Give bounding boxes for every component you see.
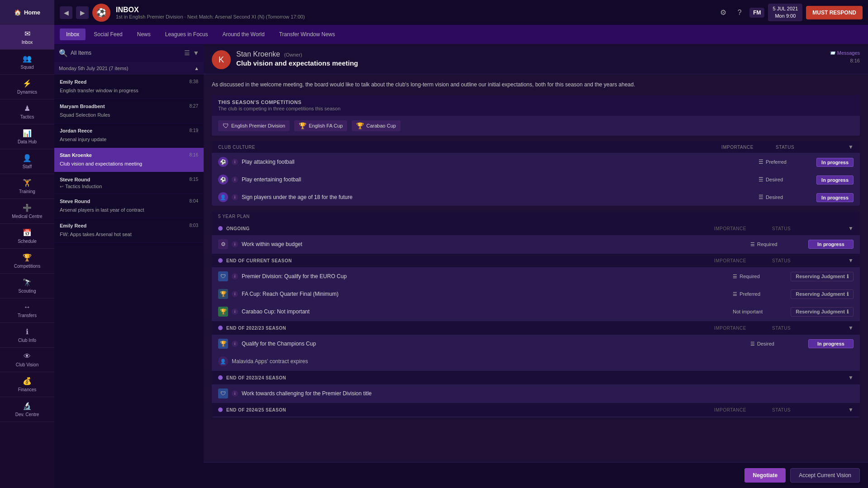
sidebar-item-dynamics[interactable]: ⚡ Dynamics <box>0 75 54 99</box>
sidebar-home[interactable]: 🏠 Home <box>0 0 54 25</box>
culture-row-0: ⚽ i Play attacking football ☰ Preferred … <box>212 153 860 171</box>
plan-importance-current-2: Not important <box>733 309 787 314</box>
detail-time-area: 📨 Messages 8:16 <box>830 50 860 63</box>
culture-info-2: i <box>232 194 238 200</box>
tab-inbox[interactable]: Inbox <box>60 28 86 40</box>
comp-name-1: English FA Cup <box>309 123 343 128</box>
settings-icon-btn[interactable]: ⚙ <box>717 6 730 19</box>
plan-row-icon-current-0: 🛡 <box>218 271 228 281</box>
culture-status-0: In progress <box>816 158 854 166</box>
plan-2223-imp-col: IMPORTANCE <box>714 326 768 331</box>
accept-button[interactable]: Accept Current Vision <box>790 468 860 483</box>
time-label: Mon 9:00 <box>773 13 798 19</box>
plan-status-2223-0: In progress <box>808 339 854 348</box>
sidebar-item-devcentre[interactable]: 🔬 Dev. Centre <box>0 397 54 422</box>
sidebar-label-schedule: Schedule <box>18 239 37 244</box>
tab-news[interactable]: News <box>131 28 157 40</box>
plan-info-current-1: i <box>232 291 238 297</box>
sidebar-item-competitions[interactable]: 🏆 Competitions <box>0 249 54 274</box>
sidebar-item-inbox[interactable]: ✉ Inbox <box>0 25 54 50</box>
sidebar-item-scouting[interactable]: 🔭 Scouting <box>0 274 54 298</box>
plan-importance-current-0: ☰ Required <box>733 274 787 280</box>
detail-subject: Club vision and expectations meeting <box>236 59 824 67</box>
message-item-3[interactable]: Stan Kroenke 8:16 Club vision and expect… <box>54 148 204 172</box>
tab-transfer[interactable]: Transfer Window News <box>273 28 342 40</box>
sidebar-label-medical: Medical Centre <box>12 214 42 219</box>
culture-collapse-btn[interactable]: ▼ <box>848 144 854 150</box>
must-respond-button[interactable]: MUST RESPOND <box>806 6 863 19</box>
2425-collapse-btn[interactable]: ▼ <box>848 407 854 413</box>
detail-time: 8:16 <box>850 58 860 63</box>
sort-icon[interactable]: ▼ <box>193 49 199 57</box>
group-date: Monday 5th July 2021 (7 items) <box>59 66 128 71</box>
plan-ongoing-title: ONGOING <box>226 226 711 231</box>
ongoing-collapse-btn[interactable]: ▼ <box>848 225 854 232</box>
msg-subject-6: FW: Apps takes Arsenal hot seat <box>60 232 132 237</box>
tab-leagues[interactable]: Leagues in Focus <box>159 28 215 40</box>
sidebar-item-training[interactable]: 🏋 Training <box>0 174 54 199</box>
sidebar-item-clubvision[interactable]: 👁 Club Vision <box>0 348 54 372</box>
plan-ongoing: ONGOING IMPORTANCE STATUS ▼ ⚙ i Work wit… <box>212 222 860 253</box>
sidebar-item-datahub[interactable]: 📊 Data Hub <box>0 124 54 149</box>
plan-info-current-2: i <box>232 308 238 315</box>
back-button[interactable]: ◀ <box>60 6 72 19</box>
topbar-icons: ⚙ ? FM 5 JUL 2021 Mon 9:00 MUST RESPOND <box>717 4 863 21</box>
plan-dot-2223 <box>218 326 223 330</box>
plan-dot-2324 <box>218 375 223 380</box>
culture-row-1: ⚽ i Play entertaining football ☰ Desired… <box>212 171 860 188</box>
sidebar-item-tactics[interactable]: ♟ Tactics <box>0 99 54 124</box>
culture-col-importance: IMPORTANCE <box>721 145 776 150</box>
comp-icon-1: 🏆 <box>299 122 306 129</box>
help-icon-btn[interactable]: ? <box>733 6 746 19</box>
scouting-icon: 🔭 <box>23 278 32 287</box>
date-label: 5 JUL 2021 <box>773 5 798 12</box>
2324-collapse-btn[interactable]: ▼ <box>848 374 854 381</box>
2223-collapse-btn[interactable]: ▼ <box>848 325 854 331</box>
plan-current-status-col: STATUS <box>772 258 844 263</box>
plan-main-header: 5 YEAR PLAN <box>212 211 860 222</box>
detail-footer: Negotiate Accept Current Vision <box>204 462 868 488</box>
importance-icon-2: ☰ <box>758 194 763 200</box>
plan-dot-2425 <box>218 407 223 412</box>
competitions-title: THIS SEASON'S COMPETITIONS <box>218 99 854 105</box>
tab-social-feed[interactable]: Social Feed <box>87 28 129 40</box>
plan-row-icon-ongoing-0: ⚙ <box>218 239 228 249</box>
msg-subject-5: Arsenal players in last year of contract <box>60 207 144 213</box>
message-item-1[interactable]: Maryam Broadbent 8:27 Squad Selection Ru… <box>54 99 204 123</box>
messages-link[interactable]: 📨 Messages <box>830 50 860 56</box>
plan-status-ongoing-0: In progress <box>808 240 854 249</box>
culture-icon-0: ⚽ <box>218 157 228 167</box>
message-item-4[interactable]: Steve Round 8:15 ↩ Tactics Induction <box>54 172 204 194</box>
sidebar-label-training: Training <box>19 189 35 194</box>
plan-imp-icon-c0: ☰ <box>733 274 737 280</box>
sidebar-item-finances[interactable]: 💰 Finances <box>0 372 54 397</box>
medical-icon: ➕ <box>23 204 32 212</box>
sidebar-item-medical[interactable]: ➕ Medical Centre <box>0 199 54 224</box>
message-group-header[interactable]: Monday 5th July 2021 (7 items) ▲ <box>54 62 204 75</box>
current-collapse-btn[interactable]: ▼ <box>848 257 854 264</box>
negotiate-button[interactable]: Negotiate <box>744 468 786 483</box>
plan-row-current-2: 🏆 i Carabao Cup: Not important Not impor… <box>212 303 860 320</box>
sidebar-item-squad[interactable]: 👥 Squad <box>0 50 54 75</box>
club-logo-button[interactable]: ⚽ <box>92 4 110 22</box>
forward-button[interactable]: ▶ <box>76 6 89 19</box>
message-item-5[interactable]: Steve Round 8:04 Arsenal players in last… <box>54 194 204 218</box>
plan-row-current-0: 🛡 i Premier Division: Qualify for the EU… <box>212 267 860 285</box>
tab-around[interactable]: Around the World <box>216 28 271 40</box>
msg-time-6: 8:03 <box>190 223 198 228</box>
message-item-6[interactable]: Emily Reed 8:03 FW: Apps takes Arsenal h… <box>54 218 204 243</box>
sidebar-item-clubinfo[interactable]: ℹ Club Info <box>0 323 54 348</box>
message-item-0[interactable]: Emily Reed 8:38 English transfer window … <box>54 75 204 99</box>
plan-2425-header: END OF 2024/25 SEASON IMPORTANCE STATUS … <box>212 403 860 417</box>
squad-icon: 👥 <box>23 54 32 63</box>
contract-text: Malavida Apps' contract expires <box>232 358 308 365</box>
message-item-2[interactable]: Jordan Reece 8:19 Arsenal injury update <box>54 123 204 148</box>
msg-time-5: 8:04 <box>190 199 198 204</box>
comp-icon-2: 🏆 <box>356 122 364 129</box>
sidebar-item-schedule[interactable]: 📅 Schedule <box>0 224 54 249</box>
filter-icon[interactable]: ☰ <box>184 49 190 57</box>
sender-role: (Owner) <box>284 52 302 57</box>
plan-2324: END OF 2023/24 SEASON ▼ 🛡 i Work towards… <box>212 371 860 402</box>
sidebar-item-staff[interactable]: 👤 Staff <box>0 149 54 174</box>
sidebar-item-transfers[interactable]: ↔ Transfers <box>0 298 54 323</box>
